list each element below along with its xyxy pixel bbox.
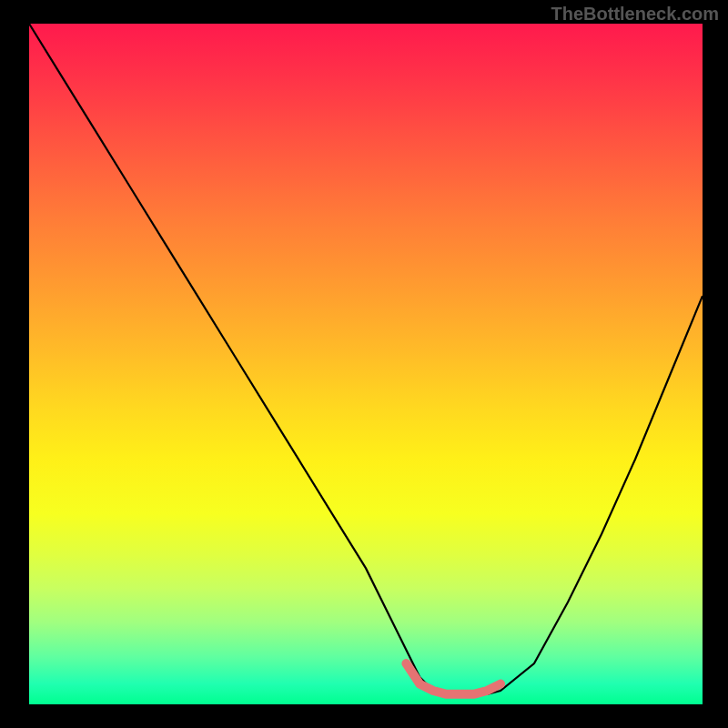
curve-overlay (29, 24, 703, 704)
watermark-text: TheBottleneck.com (551, 4, 719, 25)
optimal-range-path (406, 663, 500, 694)
bottleneck-curve-path (29, 24, 703, 694)
chart-area (29, 24, 703, 704)
